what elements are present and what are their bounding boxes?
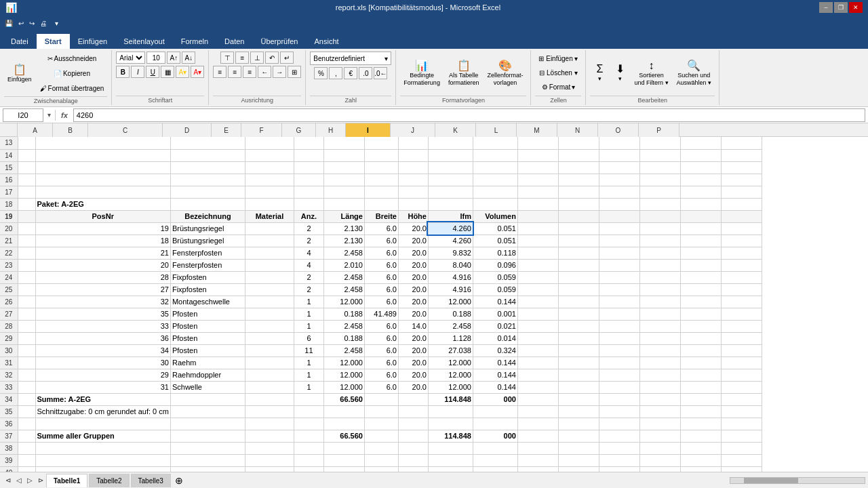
cell[interactable]: 11 — [294, 344, 323, 357]
cell[interactable]: 28 — [35, 271, 170, 283]
cell[interactable] — [721, 369, 762, 381]
cell[interactable] — [639, 344, 680, 357]
cell[interactable]: 2.458 — [323, 247, 364, 259]
cell[interactable] — [323, 186, 364, 198]
cell[interactable] — [721, 344, 762, 357]
cell[interactable]: 31 — [35, 381, 170, 393]
cell[interactable] — [294, 442, 323, 454]
cell[interactable] — [721, 418, 762, 430]
row-number[interactable]: 15 — [0, 161, 18, 174]
col-header-i[interactable]: I — [346, 123, 391, 137]
cell[interactable] — [599, 235, 639, 247]
font-size-increase-button[interactable]: A↑ — [167, 52, 180, 64]
undo-icon[interactable]: ↩ — [16, 18, 26, 28]
cell[interactable] — [364, 393, 398, 405]
cell[interactable] — [364, 418, 398, 430]
cell[interactable] — [680, 198, 721, 210]
cell[interactable] — [680, 454, 721, 466]
cell[interactable]: Schwelle — [170, 381, 245, 393]
row-number[interactable]: 27 — [0, 308, 18, 320]
cell[interactable] — [680, 283, 721, 296]
cell[interactable] — [294, 405, 323, 418]
als-tabelle-button[interactable]: 📋 Als Tabelle formatieren — [445, 54, 483, 93]
cell[interactable] — [558, 283, 599, 296]
tab-ansicht[interactable]: Ansicht — [306, 34, 347, 49]
cell[interactable] — [599, 442, 639, 454]
cell[interactable] — [680, 174, 721, 186]
cell[interactable] — [294, 466, 323, 472]
cell[interactable] — [721, 454, 762, 466]
sheet-nav-next[interactable]: ▷ — [24, 476, 35, 484]
restore-button[interactable]: ❐ — [834, 2, 848, 13]
cell[interactable] — [294, 174, 323, 186]
cell[interactable] — [170, 161, 245, 174]
cell[interactable] — [599, 149, 639, 161]
cell[interactable] — [170, 186, 245, 198]
cell[interactable] — [558, 235, 599, 247]
cell[interactable] — [639, 308, 680, 320]
cell[interactable] — [364, 137, 398, 149]
cell[interactable] — [245, 186, 294, 198]
cell[interactable] — [18, 198, 35, 210]
cell[interactable] — [18, 357, 35, 369]
row-number[interactable]: 40 — [0, 466, 18, 472]
cell[interactable] — [680, 149, 721, 161]
tab-ueberpruefen[interactable]: Überprüfen — [252, 34, 306, 49]
cell[interactable] — [680, 357, 721, 369]
cell[interactable] — [170, 405, 245, 418]
cell[interactable]: 1 — [294, 381, 323, 393]
cell[interactable] — [680, 393, 721, 405]
cell[interactable] — [35, 149, 170, 161]
cell[interactable] — [721, 271, 762, 283]
cell[interactable]: 21 — [35, 247, 170, 259]
cell[interactable]: Volumen — [473, 210, 517, 222]
cell[interactable] — [35, 161, 170, 174]
summe-button[interactable]: Σ ▾ — [590, 54, 609, 93]
cell[interactable] — [639, 283, 680, 296]
cell[interactable]: 20.0 — [398, 259, 428, 271]
cell[interactable] — [599, 222, 639, 235]
cell[interactable] — [517, 454, 558, 466]
cell[interactable] — [245, 454, 294, 466]
cell[interactable]: 0.051 — [473, 222, 517, 235]
cell[interactable]: Fensterpfosten — [170, 259, 245, 271]
cell[interactable] — [364, 174, 398, 186]
cell[interactable] — [599, 247, 639, 259]
cell[interactable] — [517, 332, 558, 344]
cell[interactable] — [558, 161, 599, 174]
cell[interactable] — [364, 161, 398, 174]
cell[interactable] — [517, 198, 558, 210]
font-name-select[interactable]: Arial — [116, 52, 145, 64]
cell[interactable]: Länge — [323, 210, 364, 222]
cell[interactable] — [294, 393, 323, 405]
col-header-o[interactable]: O — [598, 123, 639, 137]
cell[interactable] — [558, 186, 599, 198]
cell[interactable] — [639, 247, 680, 259]
align-top-button[interactable]: ⊤ — [220, 52, 234, 64]
cell[interactable]: 1 — [294, 320, 323, 332]
cell[interactable]: 12.000 — [428, 357, 473, 369]
cell[interactable]: 4.260 — [428, 235, 473, 247]
cell[interactable]: 2.010 — [323, 259, 364, 271]
cell[interactable] — [599, 210, 639, 222]
cell[interactable] — [680, 222, 721, 235]
cell[interactable]: Fixpfosten — [170, 283, 245, 296]
cell[interactable] — [721, 320, 762, 332]
row-number[interactable]: 31 — [0, 357, 18, 369]
cell[interactable] — [18, 393, 35, 405]
cell[interactable] — [170, 149, 245, 161]
cell[interactable] — [35, 454, 170, 466]
cell[interactable]: 20.0 — [398, 308, 428, 320]
einfuegen-button[interactable]: 📋 Einfügen — [4, 54, 35, 93]
cell[interactable] — [599, 393, 639, 405]
cell[interactable] — [517, 296, 558, 308]
row-number[interactable]: 20 — [0, 222, 18, 235]
cell[interactable] — [294, 161, 323, 174]
font-color-button[interactable]: A▾ — [191, 66, 204, 78]
cell[interactable] — [18, 296, 35, 308]
cell[interactable] — [473, 137, 517, 149]
cell[interactable] — [473, 454, 517, 466]
cell[interactable] — [517, 259, 558, 271]
cell[interactable] — [721, 381, 762, 393]
cell[interactable] — [599, 357, 639, 369]
